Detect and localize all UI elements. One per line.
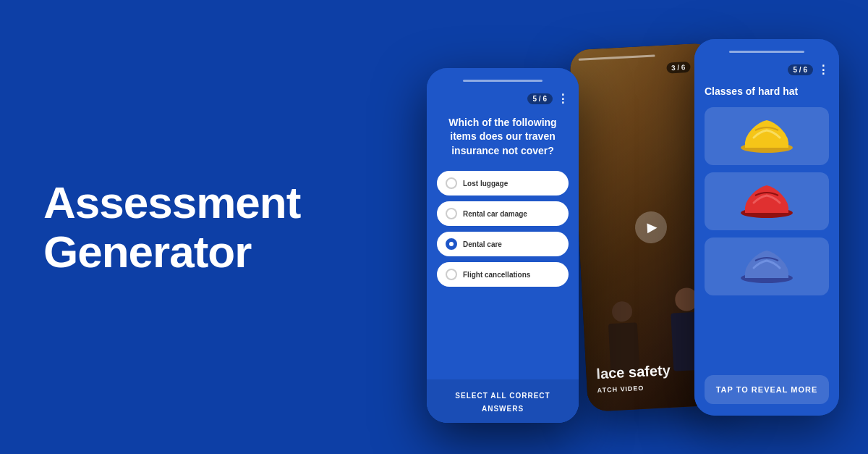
tap-reveal-button[interactable]: TAP TO REVEAL MORE: [705, 375, 829, 404]
option-dental-care[interactable]: Dental care: [437, 232, 569, 256]
yellow-hat-svg: [738, 116, 796, 156]
red-hat-item: [705, 172, 829, 230]
workplace-title: lace safety: [596, 361, 671, 382]
dots-icon-mid: ⋮: [557, 92, 569, 106]
phone-right-inner: 5 / 6 ⋮ Classes of hard hat: [694, 39, 839, 416]
play-icon[interactable]: ▶: [647, 219, 658, 235]
option-label-2: Rental car damage: [463, 210, 527, 218]
option-label-4: Flight cancellations: [463, 271, 530, 279]
quiz-question: Which of the following items does our tr…: [437, 116, 569, 159]
option-circle-4: [446, 269, 457, 280]
phone-right-header: 5 / 6 ⋮: [705, 63, 829, 77]
phone-mid-progress-bar: [463, 80, 542, 82]
dots-icon-right: ⋮: [817, 63, 829, 77]
blue-hat-svg: [738, 246, 796, 286]
hero-line1: Assessment: [43, 177, 300, 227]
option-rental-car[interactable]: Rental car damage: [437, 201, 569, 226]
option-circle-3: [446, 238, 457, 250]
option-circle-1: [446, 177, 457, 189]
option-circle-2: [446, 208, 457, 219]
phone-mid-inner: 5 / 6 ⋮ Which of the following items doe…: [427, 68, 579, 423]
page-badge-back: 3 / 6: [666, 61, 691, 73]
page-badge-right: 5 / 6: [788, 64, 813, 75]
option-label-1: Lost luggage: [463, 180, 508, 188]
phone-right-bar: [729, 51, 804, 53]
watch-video-label: ATCH VIDEO: [597, 384, 644, 393]
phones-container: 3 / 6 ⋮ ▶ lace safety ATCH VIDEO 5 / 6 ⋮: [391, 25, 839, 430]
footer-label: SELECT ALL CORRECT ANSWERS: [455, 392, 550, 413]
phone-mid: 5 / 6 ⋮ Which of the following items doe…: [427, 68, 579, 423]
page-badge-mid: 5 / 6: [527, 93, 553, 104]
hero-line2: Generator: [43, 227, 300, 277]
hard-hat-title: Classes of hard hat: [705, 85, 829, 97]
option-lost-luggage[interactable]: Lost luggage: [437, 171, 569, 196]
hero-text-block: Assessment Generator: [43, 177, 300, 276]
red-hat-svg: [738, 181, 796, 221]
blue-hat-item: [705, 237, 829, 295]
option-flight[interactable]: Flight cancellations: [437, 262, 569, 287]
phone-right: 5 / 6 ⋮ Classes of hard hat: [694, 39, 839, 416]
phone-mid-header: 5 / 6 ⋮: [437, 92, 569, 106]
phone-mid-footer: SELECT ALL CORRECT ANSWERS: [427, 379, 579, 423]
yellow-hat-item: [705, 107, 829, 165]
option-label-3: Dental care: [463, 240, 502, 248]
